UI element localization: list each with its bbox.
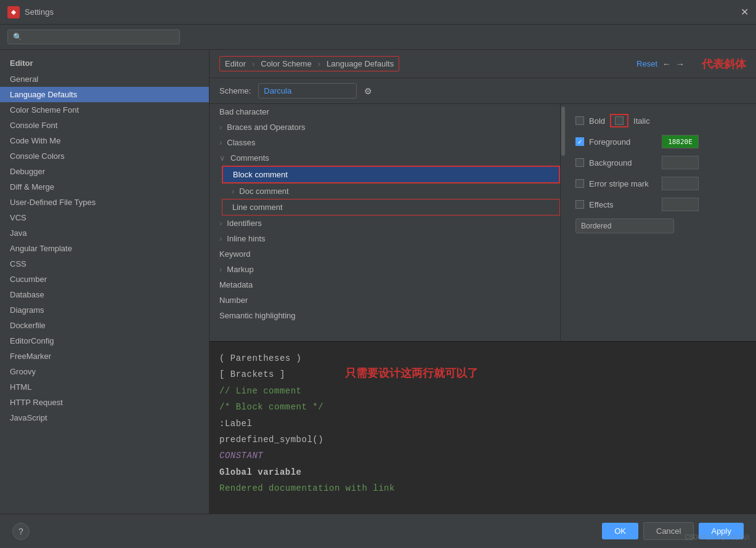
sidebar-item-console-colors[interactable]: Console Colors: [0, 148, 209, 164]
sidebar-item-general[interactable]: General: [0, 71, 209, 87]
effects-checkbox[interactable]: [575, 200, 584, 209]
reset-button[interactable]: Reset: [636, 59, 657, 68]
scheme-row: Scheme: Darcula ⚙: [209, 78, 756, 104]
sidebar-item-freemarker[interactable]: FreeMarker: [0, 349, 209, 364]
preview-line-comment: // Line comment: [219, 384, 746, 398]
sidebar-item-angular[interactable]: Angular Template: [0, 241, 209, 256]
sidebar-item-diagrams[interactable]: Diagrams: [0, 302, 209, 318]
breadcrumb-editor: Editor: [225, 59, 246, 68]
middle-content: Bad character › Braces and Operators › C…: [209, 104, 756, 341]
close-button[interactable]: ✕: [741, 6, 749, 18]
content-area: Editor General Language Defaults Color S…: [0, 50, 756, 514]
preview-label: :Label: [219, 417, 746, 430]
tree-item-semantic[interactable]: Semantic highlighting: [209, 308, 560, 323]
background-row: Background: [575, 156, 746, 169]
tree-item-inline-hints[interactable]: › Inline hints: [209, 231, 560, 246]
scheme-select[interactable]: Darcula: [258, 83, 357, 99]
foreground-color-box[interactable]: 18820E: [662, 135, 699, 148]
tree-item-doc-comment[interactable]: › Doc comment: [222, 183, 560, 199]
breadcrumb-color-scheme: Color Scheme: [261, 59, 311, 68]
expand-arrow-classes: ›: [219, 138, 222, 147]
breadcrumb-path: Editor › Color Scheme › Language Default…: [219, 56, 399, 71]
foreground-label: Foreground: [589, 137, 657, 147]
preview-parentheses: ( Parentheses ): [219, 352, 746, 365]
scheme-gear-icon[interactable]: ⚙: [364, 86, 372, 96]
background-label: Background: [589, 158, 657, 167]
effects-color-box[interactable]: [662, 198, 699, 211]
tree-item-line-comment[interactable]: Line comment: [222, 199, 560, 216]
sidebar: Editor General Language Defaults Color S…: [0, 50, 209, 514]
sidebar-item-database[interactable]: Database: [0, 287, 209, 302]
background-checkbox[interactable]: [575, 158, 584, 167]
window-title: Settings: [25, 7, 741, 17]
tree-scrollbar-thumb: [561, 107, 565, 156]
breadcrumb: Editor › Color Scheme › Language Default…: [209, 50, 756, 78]
search-input[interactable]: [7, 30, 180, 44]
expand-arrow-identifiers: ›: [219, 219, 222, 228]
sidebar-item-color-scheme-font[interactable]: Color Scheme Font: [0, 102, 209, 118]
forward-button[interactable]: →: [676, 59, 685, 69]
tree-item-block-comment[interactable]: Block comment: [222, 166, 560, 183]
error-stripe-color-box[interactable]: [662, 177, 699, 190]
sidebar-item-code-with-me[interactable]: Code With Me: [0, 133, 209, 148]
help-button[interactable]: ?: [12, 523, 30, 540]
italic-checkbox[interactable]: [615, 116, 624, 125]
preview-global: Global variable: [219, 465, 746, 479]
sidebar-item-groovy[interactable]: Groovy: [0, 364, 209, 379]
back-button[interactable]: ←: [662, 59, 671, 69]
sidebar-item-cucumber[interactable]: Cucumber: [0, 272, 209, 287]
error-stripe-label: Error stripe mark: [589, 179, 657, 188]
bold-label: Bold: [589, 116, 605, 126]
sidebar-item-java[interactable]: Java: [0, 225, 209, 241]
sidebar-item-css[interactable]: CSS: [0, 256, 209, 272]
breadcrumb-language-defaults: Language Defaults: [327, 59, 394, 68]
sidebar-item-javascript[interactable]: JavaScript: [0, 410, 209, 425]
titlebar: ◈ Settings ✕: [0, 0, 756, 25]
foreground-checkbox[interactable]: ✓: [575, 137, 584, 146]
preview-brackets: [ Brackets ]: [219, 368, 746, 381]
watermark: CSDN©没有难学的知识: [685, 533, 750, 542]
sidebar-item-editorconfig[interactable]: EditorConfig: [0, 333, 209, 349]
preview-block-comment: /* Block comment */: [219, 400, 746, 414]
bottom-bar: ? OK Cancel Apply: [0, 514, 756, 548]
ok-button[interactable]: OK: [602, 523, 638, 539]
tree-item-markup[interactable]: › Markup: [209, 262, 560, 277]
expand-arrow-comments: ∨: [219, 153, 226, 163]
sidebar-item-console-font[interactable]: Console Font: [0, 118, 209, 133]
error-stripe-row: Error stripe mark: [575, 177, 746, 190]
preview-container: ( Parentheses ) [ Brackets ] // Line com…: [209, 341, 756, 514]
sidebar-item-html[interactable]: HTML: [0, 379, 209, 395]
italic-checkbox-container: [610, 114, 628, 127]
effects-row: Effects: [575, 198, 746, 211]
sidebar-item-debugger[interactable]: Debugger: [0, 164, 209, 179]
breadcrumb-sep2: ›: [318, 59, 320, 68]
effects-type-row: Bordered: [575, 219, 746, 233]
sidebar-item-dockerfile[interactable]: Dockerfile: [0, 318, 209, 333]
sidebar-header: Editor: [0, 55, 209, 71]
search-bar: [0, 25, 756, 50]
tree-item-metadata[interactable]: Metadata: [209, 277, 560, 292]
tree-item-classes[interactable]: › Classes: [209, 135, 560, 150]
error-stripe-checkbox[interactable]: [575, 179, 584, 188]
sidebar-item-diff-merge[interactable]: Diff & Merge: [0, 179, 209, 195]
tree-item-bad-character[interactable]: Bad character: [209, 104, 560, 119]
background-color-box[interactable]: [662, 156, 699, 169]
tree-scrollbar[interactable]: [561, 104, 566, 341]
tree-item-comments[interactable]: ∨ Comments: [209, 150, 560, 166]
preview-rendered-doc: Rendered documentation with link: [219, 482, 746, 495]
sidebar-item-http-request[interactable]: HTTP Request: [0, 395, 209, 410]
tree-item-identifiers[interactable]: › Identifiers: [209, 216, 560, 231]
sidebar-item-user-defined[interactable]: User-Defined File Types: [0, 195, 209, 210]
settings-dialog: Editor General Language Defaults Color S…: [0, 25, 756, 548]
tree-item-number[interactable]: Number: [209, 292, 560, 308]
preview-predefined: predefined_symbol(): [219, 433, 746, 446]
tree-item-keyword[interactable]: Keyword: [209, 246, 560, 262]
sidebar-item-language-defaults[interactable]: Language Defaults: [0, 87, 209, 102]
sidebar-item-vcs[interactable]: VCS: [0, 210, 209, 225]
properties-panel: Bold Italic ✓ Foreground 18820E: [566, 104, 756, 341]
right-panel: Editor › Color Scheme › Language Default…: [209, 50, 756, 514]
effects-type-select[interactable]: Bordered: [575, 219, 674, 233]
italic-label: Italic: [633, 116, 650, 126]
tree-item-braces-operators[interactable]: › Braces and Operators: [209, 119, 560, 135]
bold-checkbox[interactable]: [575, 116, 584, 125]
